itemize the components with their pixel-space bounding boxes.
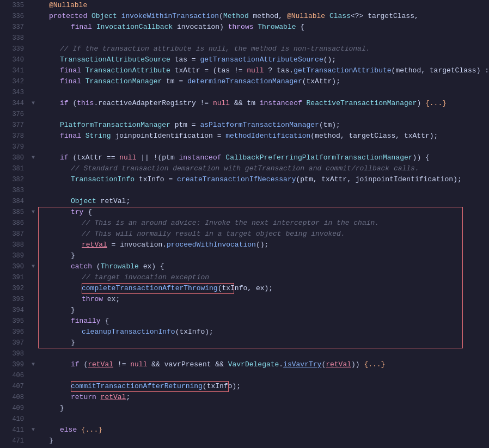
token-punc: ( xyxy=(83,359,88,370)
token-punc: ); xyxy=(264,283,273,294)
code-line: Object retVal; xyxy=(38,196,489,207)
token-var: method xyxy=(395,65,421,76)
token-punc: ); xyxy=(332,120,340,131)
token-var: txAttr xyxy=(404,131,430,142)
token-punc: = ( xyxy=(200,65,217,76)
code-line: // If the transaction attribute is null,… xyxy=(38,44,489,54)
line-number: 385 xyxy=(0,207,24,218)
token-punc: (); xyxy=(256,240,268,250)
code-line: if (this.reactiveAdapterRegistry != null… xyxy=(38,98,489,109)
token-kw: instanceof xyxy=(260,98,307,109)
line-number: 393 xyxy=(0,294,24,305)
token-kw: final xyxy=(71,22,96,33)
gutter-cell xyxy=(28,414,38,425)
token-punc: , xyxy=(395,131,404,142)
token-punc: ( xyxy=(319,120,323,131)
line-number: 387 xyxy=(0,229,24,240)
token-null-kw: null xyxy=(213,98,234,109)
token-var: targetClass xyxy=(430,65,476,76)
line-number: 389 xyxy=(0,250,24,261)
gutter-cell xyxy=(28,131,38,142)
fold-icon[interactable]: ▼ xyxy=(32,98,35,109)
token-var: retVal xyxy=(101,196,126,207)
token-var: method xyxy=(253,11,278,22)
token-method-call: determineTransactionManager xyxy=(187,76,302,87)
fold-icon[interactable]: ▼ xyxy=(32,359,35,370)
token-kw: catch xyxy=(71,261,96,272)
token-var: tm xyxy=(247,98,259,109)
token-var: txAttr xyxy=(175,65,200,76)
gutter-cell xyxy=(28,272,38,283)
token-punc: = xyxy=(107,240,120,250)
code-line: completeTransactionAfterThrowing(txInfo,… xyxy=(38,283,489,294)
code-line: } xyxy=(38,305,489,316)
fold-icon[interactable]: ▼ xyxy=(32,207,35,218)
token-var: joinpointIdentification xyxy=(115,131,212,142)
token-var: tas xyxy=(277,65,289,76)
code-editor: 3353363373383393403413423433443763773783… xyxy=(0,0,489,448)
token-var: tm xyxy=(323,120,332,131)
token-var: ptm xyxy=(300,174,313,185)
line-number: 376 xyxy=(0,109,24,120)
gutter-cell xyxy=(28,240,38,250)
line-number: 383 xyxy=(0,185,24,196)
token-type: Throwable xyxy=(101,261,143,272)
code-line: return retVal; xyxy=(38,392,489,403)
line-number: 337 xyxy=(0,22,24,33)
token-var: invocation xyxy=(177,22,219,33)
line-number: 386 xyxy=(0,218,24,229)
token-method-call: getTransactionAttribute xyxy=(294,65,391,76)
gutter-cell xyxy=(28,435,38,446)
gutter-cell xyxy=(28,316,38,327)
token-punc: ( xyxy=(96,261,101,272)
line-number: 335 xyxy=(0,0,24,11)
token-method-call: commitTransactionAfterReturning xyxy=(71,381,203,392)
token-type: Throwable xyxy=(258,22,300,33)
fold-icon[interactable]: ▼ xyxy=(32,152,35,163)
token-var: ex xyxy=(107,294,116,305)
token-punc: } xyxy=(71,250,75,261)
token-type: TransactionAttribute xyxy=(85,65,175,76)
token-punc: ( xyxy=(72,98,77,109)
token-punc: , xyxy=(278,11,287,22)
line-number: 391 xyxy=(0,272,24,283)
token-punc: != xyxy=(113,359,130,370)
code-line: protected Object invokeWithinTransaction… xyxy=(38,11,489,22)
line-number: 344 xyxy=(0,98,24,109)
token-var: reactiveAdapterRegistry xyxy=(98,98,195,109)
line-number: 409 xyxy=(0,403,24,414)
token-comment: // This will normally result in a target… xyxy=(82,229,345,240)
line-number: 411 xyxy=(0,425,24,435)
gutter-cell xyxy=(28,294,38,305)
code-line: if (retVal != null && vavrPresent && Vav… xyxy=(38,359,489,370)
fold-icon[interactable]: ▼ xyxy=(32,261,35,272)
token-punc: ) xyxy=(417,98,425,109)
token-punc: && xyxy=(234,98,247,109)
token-var: txInfo xyxy=(179,327,205,337)
line-number: 382 xyxy=(0,174,24,185)
token-punc: ( xyxy=(392,65,396,76)
token-comment: // Standard transaction demarcation with… xyxy=(71,163,419,174)
line-number: 384 xyxy=(0,196,24,207)
token-type: ReactiveTransactionManager xyxy=(307,98,417,109)
token-var: txAttr xyxy=(321,174,347,185)
token-var: txAttr xyxy=(307,76,332,87)
line-number: 406 xyxy=(0,370,24,381)
token-punc: ( xyxy=(218,283,222,294)
gutter-cell xyxy=(28,381,38,392)
token-type: VavrDelegate xyxy=(228,359,279,370)
gutter-cell: ▼ xyxy=(28,359,38,370)
token-punc: ) { xyxy=(151,261,164,272)
token-punc: ); xyxy=(232,381,241,392)
fold-icon[interactable]: ▼ xyxy=(32,425,35,435)
token-punc: = xyxy=(187,120,200,131)
line-number: 342 xyxy=(0,76,24,87)
token-punc: ; xyxy=(126,392,130,403)
token-kw: protected xyxy=(49,11,91,22)
token-punc: != xyxy=(196,98,213,109)
token-punc: ) : xyxy=(476,65,489,76)
token-orange: {...} xyxy=(81,425,102,435)
gutter-cell: ▼ xyxy=(28,152,38,163)
token-var: txInfo xyxy=(207,381,233,392)
token-orange: {...} xyxy=(425,98,447,109)
